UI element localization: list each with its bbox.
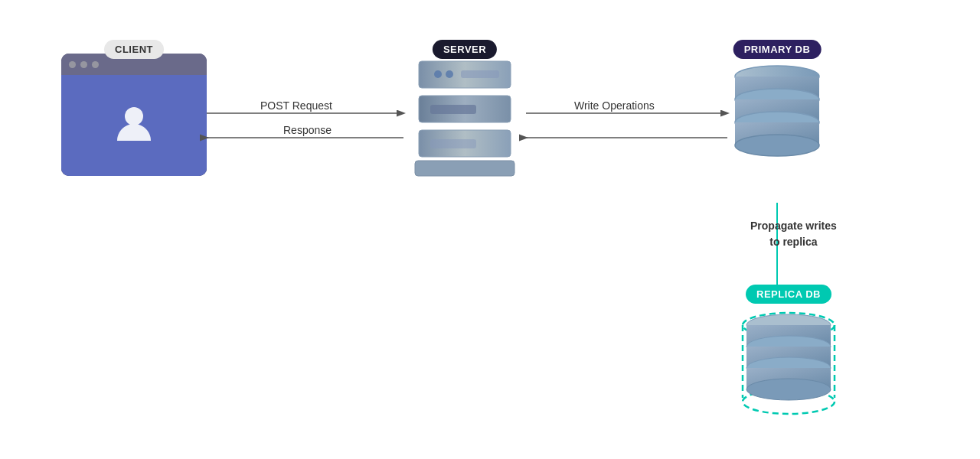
svg-rect-9 [415, 161, 514, 176]
svg-rect-8 [430, 139, 476, 148]
svg-rect-6 [430, 105, 476, 114]
diagram-container: CLIENT SERVER [0, 0, 980, 459]
dot-2 [80, 61, 87, 68]
svg-point-28 [746, 379, 831, 400]
primary-db-badge: PRIMARY DB [733, 40, 822, 59]
svg-point-3 [446, 70, 453, 78]
server-node: SERVER [403, 54, 526, 184]
replica-db-badge: REPLICA DB [746, 285, 831, 304]
dot-1 [69, 61, 76, 68]
write-operations-label: Write Operations [574, 99, 655, 112]
client-content [61, 75, 207, 176]
svg-point-16 [735, 135, 819, 156]
client-badge: CLIENT [104, 40, 164, 59]
svg-rect-4 [461, 70, 499, 78]
propagate-label: Propagate writesto replica [750, 218, 837, 250]
user-icon [111, 101, 157, 150]
replica-db-node: REPLICA DB [735, 298, 842, 428]
dot-3 [92, 61, 99, 68]
post-request-label: POST Request [260, 99, 332, 112]
response-label: Response [283, 124, 332, 136]
svg-point-2 [434, 70, 442, 78]
svg-point-0 [125, 107, 143, 125]
primary-db-node: PRIMARY DB [727, 54, 827, 176]
client-node: CLIENT [61, 54, 207, 176]
server-badge: SERVER [433, 40, 497, 59]
